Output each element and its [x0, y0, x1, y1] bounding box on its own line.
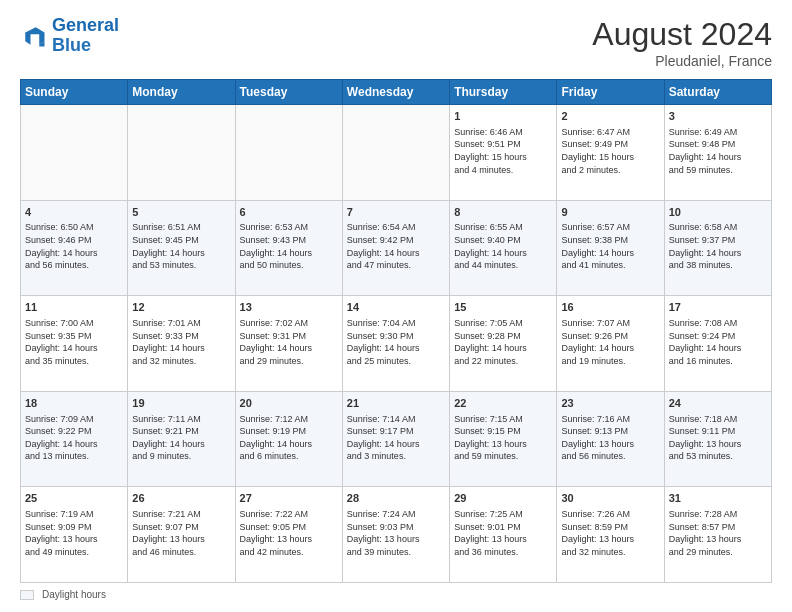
table-row: 30Sunrise: 7:26 AM Sunset: 8:59 PM Dayli…	[557, 487, 664, 583]
table-row: 10Sunrise: 6:58 AM Sunset: 9:37 PM Dayli…	[664, 200, 771, 296]
day-info: Sunrise: 6:50 AM Sunset: 9:46 PM Dayligh…	[25, 221, 123, 271]
day-info: Sunrise: 7:26 AM Sunset: 8:59 PM Dayligh…	[561, 508, 659, 558]
calendar-table: Sunday Monday Tuesday Wednesday Thursday…	[20, 79, 772, 583]
day-info: Sunrise: 6:46 AM Sunset: 9:51 PM Dayligh…	[454, 126, 552, 176]
table-row	[21, 105, 128, 201]
day-info: Sunrise: 7:00 AM Sunset: 9:35 PM Dayligh…	[25, 317, 123, 367]
day-number: 9	[561, 205, 659, 220]
day-number: 23	[561, 396, 659, 411]
day-number: 22	[454, 396, 552, 411]
day-info: Sunrise: 7:08 AM Sunset: 9:24 PM Dayligh…	[669, 317, 767, 367]
table-row: 12Sunrise: 7:01 AM Sunset: 9:33 PM Dayli…	[128, 296, 235, 392]
table-row: 21Sunrise: 7:14 AM Sunset: 9:17 PM Dayli…	[342, 391, 449, 487]
day-number: 28	[347, 491, 445, 506]
day-info: Sunrise: 6:55 AM Sunset: 9:40 PM Dayligh…	[454, 221, 552, 271]
day-info: Sunrise: 7:02 AM Sunset: 9:31 PM Dayligh…	[240, 317, 338, 367]
day-info: Sunrise: 7:28 AM Sunset: 8:57 PM Dayligh…	[669, 508, 767, 558]
day-number: 15	[454, 300, 552, 315]
col-monday: Monday	[128, 80, 235, 105]
logo-general: General	[52, 15, 119, 35]
table-row: 22Sunrise: 7:15 AM Sunset: 9:15 PM Dayli…	[450, 391, 557, 487]
day-info: Sunrise: 7:14 AM Sunset: 9:17 PM Dayligh…	[347, 413, 445, 463]
day-info: Sunrise: 6:57 AM Sunset: 9:38 PM Dayligh…	[561, 221, 659, 271]
table-row: 3Sunrise: 6:49 AM Sunset: 9:48 PM Daylig…	[664, 105, 771, 201]
calendar-header-row: Sunday Monday Tuesday Wednesday Thursday…	[21, 80, 772, 105]
calendar-week-row: 4Sunrise: 6:50 AM Sunset: 9:46 PM Daylig…	[21, 200, 772, 296]
header: General Blue August 2024 Pleudaniel, Fra…	[20, 16, 772, 69]
table-row: 23Sunrise: 7:16 AM Sunset: 9:13 PM Dayli…	[557, 391, 664, 487]
col-thursday: Thursday	[450, 80, 557, 105]
table-row: 14Sunrise: 7:04 AM Sunset: 9:30 PM Dayli…	[342, 296, 449, 392]
calendar-week-row: 11Sunrise: 7:00 AM Sunset: 9:35 PM Dayli…	[21, 296, 772, 392]
table-row: 26Sunrise: 7:21 AM Sunset: 9:07 PM Dayli…	[128, 487, 235, 583]
logo-text: General Blue	[52, 16, 119, 56]
day-info: Sunrise: 6:58 AM Sunset: 9:37 PM Dayligh…	[669, 221, 767, 271]
calendar-week-row: 1Sunrise: 6:46 AM Sunset: 9:51 PM Daylig…	[21, 105, 772, 201]
day-number: 6	[240, 205, 338, 220]
day-number: 25	[25, 491, 123, 506]
table-row: 20Sunrise: 7:12 AM Sunset: 9:19 PM Dayli…	[235, 391, 342, 487]
table-row	[342, 105, 449, 201]
day-info: Sunrise: 6:51 AM Sunset: 9:45 PM Dayligh…	[132, 221, 230, 271]
table-row: 11Sunrise: 7:00 AM Sunset: 9:35 PM Dayli…	[21, 296, 128, 392]
table-row: 29Sunrise: 7:25 AM Sunset: 9:01 PM Dayli…	[450, 487, 557, 583]
table-row: 5Sunrise: 6:51 AM Sunset: 9:45 PM Daylig…	[128, 200, 235, 296]
table-row: 28Sunrise: 7:24 AM Sunset: 9:03 PM Dayli…	[342, 487, 449, 583]
table-row: 25Sunrise: 7:19 AM Sunset: 9:09 PM Dayli…	[21, 487, 128, 583]
day-info: Sunrise: 7:15 AM Sunset: 9:15 PM Dayligh…	[454, 413, 552, 463]
day-info: Sunrise: 7:05 AM Sunset: 9:28 PM Dayligh…	[454, 317, 552, 367]
day-info: Sunrise: 6:47 AM Sunset: 9:49 PM Dayligh…	[561, 126, 659, 176]
daylight-box	[20, 590, 34, 600]
table-row: 31Sunrise: 7:28 AM Sunset: 8:57 PM Dayli…	[664, 487, 771, 583]
day-number: 21	[347, 396, 445, 411]
logo-blue: Blue	[52, 35, 91, 55]
calendar-week-row: 25Sunrise: 7:19 AM Sunset: 9:09 PM Dayli…	[21, 487, 772, 583]
day-number: 12	[132, 300, 230, 315]
day-info: Sunrise: 7:19 AM Sunset: 9:09 PM Dayligh…	[25, 508, 123, 558]
day-number: 11	[25, 300, 123, 315]
day-info: Sunrise: 7:25 AM Sunset: 9:01 PM Dayligh…	[454, 508, 552, 558]
day-info: Sunrise: 7:21 AM Sunset: 9:07 PM Dayligh…	[132, 508, 230, 558]
day-number: 31	[669, 491, 767, 506]
table-row: 15Sunrise: 7:05 AM Sunset: 9:28 PM Dayli…	[450, 296, 557, 392]
table-row: 8Sunrise: 6:55 AM Sunset: 9:40 PM Daylig…	[450, 200, 557, 296]
day-info: Sunrise: 6:53 AM Sunset: 9:43 PM Dayligh…	[240, 221, 338, 271]
day-number: 8	[454, 205, 552, 220]
day-number: 16	[561, 300, 659, 315]
day-number: 17	[669, 300, 767, 315]
day-number: 13	[240, 300, 338, 315]
month-year: August 2024	[592, 16, 772, 53]
day-number: 1	[454, 109, 552, 124]
footer: Daylight hours	[20, 589, 772, 600]
day-info: Sunrise: 7:22 AM Sunset: 9:05 PM Dayligh…	[240, 508, 338, 558]
table-row: 24Sunrise: 7:18 AM Sunset: 9:11 PM Dayli…	[664, 391, 771, 487]
day-number: 2	[561, 109, 659, 124]
day-info: Sunrise: 7:11 AM Sunset: 9:21 PM Dayligh…	[132, 413, 230, 463]
col-saturday: Saturday	[664, 80, 771, 105]
day-number: 10	[669, 205, 767, 220]
table-row: 27Sunrise: 7:22 AM Sunset: 9:05 PM Dayli…	[235, 487, 342, 583]
table-row: 2Sunrise: 6:47 AM Sunset: 9:49 PM Daylig…	[557, 105, 664, 201]
day-info: Sunrise: 7:24 AM Sunset: 9:03 PM Dayligh…	[347, 508, 445, 558]
logo: General Blue	[20, 16, 119, 56]
col-wednesday: Wednesday	[342, 80, 449, 105]
page: General Blue August 2024 Pleudaniel, Fra…	[0, 0, 792, 612]
table-row: 7Sunrise: 6:54 AM Sunset: 9:42 PM Daylig…	[342, 200, 449, 296]
title-area: August 2024 Pleudaniel, France	[592, 16, 772, 69]
day-info: Sunrise: 7:04 AM Sunset: 9:30 PM Dayligh…	[347, 317, 445, 367]
day-number: 5	[132, 205, 230, 220]
day-number: 30	[561, 491, 659, 506]
col-tuesday: Tuesday	[235, 80, 342, 105]
table-row: 19Sunrise: 7:11 AM Sunset: 9:21 PM Dayli…	[128, 391, 235, 487]
footer-label: Daylight hours	[42, 589, 106, 600]
day-info: Sunrise: 7:09 AM Sunset: 9:22 PM Dayligh…	[25, 413, 123, 463]
day-number: 26	[132, 491, 230, 506]
day-number: 18	[25, 396, 123, 411]
day-info: Sunrise: 7:01 AM Sunset: 9:33 PM Dayligh…	[132, 317, 230, 367]
generalblue-logo-icon	[20, 22, 48, 50]
day-info: Sunrise: 6:49 AM Sunset: 9:48 PM Dayligh…	[669, 126, 767, 176]
table-row: 6Sunrise: 6:53 AM Sunset: 9:43 PM Daylig…	[235, 200, 342, 296]
day-number: 19	[132, 396, 230, 411]
table-row: 9Sunrise: 6:57 AM Sunset: 9:38 PM Daylig…	[557, 200, 664, 296]
table-row: 18Sunrise: 7:09 AM Sunset: 9:22 PM Dayli…	[21, 391, 128, 487]
